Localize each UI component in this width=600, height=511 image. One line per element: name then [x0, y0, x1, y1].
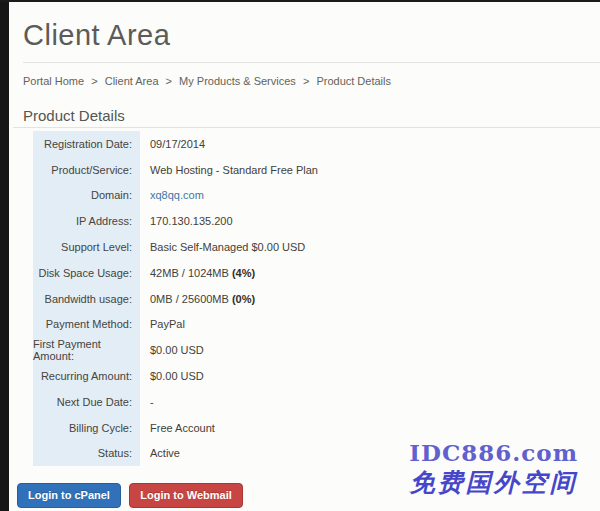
row-value: 09/17/2014 — [140, 138, 205, 150]
row-value: - — [140, 396, 154, 408]
row-label: First Payment Amount: — [33, 337, 140, 363]
row-value: $0.00 USD — [140, 370, 204, 382]
table-row: Recurring Amount:$0.00 USD — [33, 363, 600, 389]
domain-link[interactable]: xq8qq.com — [150, 189, 204, 201]
breadcrumb-separator: > — [91, 75, 97, 87]
breadcrumb-my-products-services[interactable]: My Products & Services — [179, 75, 296, 87]
row-value: Active — [140, 447, 180, 459]
row-value: Web Hosting - Standard Free Plan — [140, 164, 318, 176]
title-divider — [23, 62, 600, 63]
login-to-cpanel-button[interactable]: Login to cPanel — [17, 483, 121, 508]
row-label: Product/Service: — [33, 157, 140, 183]
table-row: Bandwidth usage:0MB / 25600MB (0%) — [33, 286, 600, 312]
section-divider — [13, 127, 600, 128]
row-label: Disk Space Usage: — [33, 260, 140, 286]
table-row: IP Address:170.130.135.200 — [33, 208, 600, 234]
top-edge-strip — [0, 0, 600, 2]
table-row: Registration Date:09/17/2014 — [33, 131, 600, 157]
row-label: Domain: — [33, 183, 140, 209]
breadcrumb-separator: > — [166, 75, 172, 87]
table-row: Next Due Date:- — [33, 389, 600, 415]
section-title: Product Details — [23, 108, 600, 124]
table-row: Payment Method:PayPal — [33, 312, 600, 338]
row-label: Payment Method: — [33, 312, 140, 338]
row-value: 170.130.135.200 — [140, 215, 233, 227]
table-row: Support Level:Basic Self-Managed $0.00 U… — [33, 234, 600, 260]
row-label: Billing Cycle: — [33, 415, 140, 441]
row-label: Registration Date: — [33, 131, 140, 157]
table-row: Product/Service:Web Hosting - Standard F… — [33, 157, 600, 183]
row-value: $0.00 USD — [140, 344, 204, 356]
row-value: PayPal — [140, 318, 185, 330]
watermark-site-text: IDC886.com — [409, 440, 578, 466]
left-edge-strip — [0, 0, 9, 511]
row-label: Support Level: — [33, 234, 140, 260]
breadcrumb: Portal Home > Client Area > My Products … — [23, 75, 600, 88]
row-label: IP Address: — [33, 208, 140, 234]
row-value: Basic Self-Managed $0.00 USD — [140, 241, 305, 253]
table-row: Billing Cycle:Free Account — [33, 415, 600, 441]
breadcrumb-portal-home[interactable]: Portal Home — [23, 75, 84, 87]
table-row: First Payment Amount:$0.00 USD — [33, 337, 600, 363]
row-value: 0MB / 25600MB (0%) — [140, 293, 255, 305]
row-label: Recurring Amount: — [33, 363, 140, 389]
usage-percent: (4%) — [232, 267, 255, 279]
row-label: Bandwidth usage: — [33, 286, 140, 312]
row-value: Free Account — [140, 422, 215, 434]
breadcrumb-product-details: Product Details — [316, 75, 391, 87]
watermark-caption-text: 免费国外空间 — [409, 468, 578, 498]
login-to-webmail-button[interactable]: Login to Webmail — [129, 483, 242, 508]
row-label: Status: — [33, 441, 140, 467]
breadcrumb-client-area[interactable]: Client Area — [105, 75, 159, 87]
main-content: Client Area Portal Home > Client Area > … — [23, 0, 600, 508]
table-row: Disk Space Usage:42MB / 1024MB (4%) — [33, 260, 600, 286]
table-row: Domain:xq8qq.com — [33, 183, 600, 209]
row-value: xq8qq.com — [140, 189, 204, 201]
watermark: IDC886.com 免费国外空间 — [409, 440, 578, 498]
usage-percent: (0%) — [232, 293, 255, 305]
page-title: Client Area — [23, 0, 600, 51]
product-details-table: Registration Date:09/17/2014Product/Serv… — [33, 131, 600, 466]
row-value: 42MB / 1024MB (4%) — [140, 267, 255, 279]
row-label: Next Due Date: — [33, 389, 140, 415]
breadcrumb-separator: > — [303, 75, 309, 87]
